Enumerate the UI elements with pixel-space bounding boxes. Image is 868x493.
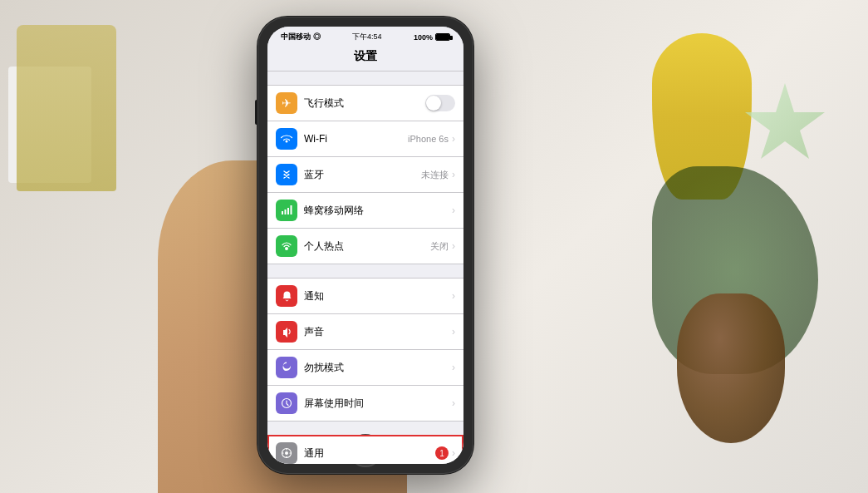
airplane-label: 飞行模式	[304, 96, 425, 111]
svg-point-7	[285, 451, 288, 455]
notifications-label: 通知	[304, 289, 452, 303]
settings-list[interactable]: ✈ 飞行模式	[267, 71, 463, 464]
airplane-toggle[interactable]	[425, 95, 455, 111]
screen-time-icon	[276, 392, 297, 414]
hotspot-row[interactable]: 个人热点 关闭 ›	[267, 229, 463, 264]
general-label: 通用	[304, 446, 435, 461]
battery-label: 100%	[414, 33, 450, 42]
notifications-chevron: ›	[452, 290, 455, 302]
dnd-row[interactable]: 勿扰模式 ›	[267, 350, 463, 386]
wifi-label: Wi-Fi	[304, 133, 408, 145]
iphone-body: 中国移动 ◎ 下午4:54 100% 设置 ✈ 飞	[257, 17, 473, 474]
bluetooth-icon	[276, 164, 297, 185]
notifications-icon	[276, 285, 297, 307]
iphone-device: 中国移动 ◎ 下午4:54 100% 设置 ✈ 飞	[257, 17, 473, 474]
svg-rect-0	[282, 211, 283, 214]
screen-time-label: 屏幕使用时间	[304, 397, 452, 411]
time-label: 下午4:54	[352, 32, 382, 42]
screen-time-row[interactable]: 屏幕使用时间 ›	[267, 386, 463, 422]
svg-point-4	[285, 247, 288, 250]
hotspot-value: 关闭	[430, 240, 449, 253]
system-group: 通知 › 声音 ›	[267, 278, 463, 422]
cellular-label: 蜂窝移动网络	[304, 204, 452, 218]
sounds-label: 声音	[304, 325, 452, 339]
sounds-row[interactable]: 声音 ›	[267, 314, 463, 350]
bluetooth-label: 蓝牙	[304, 168, 421, 182]
bluetooth-value: 未连接	[421, 169, 449, 181]
wifi-value: iPhone 6s	[408, 134, 449, 144]
wifi-icon	[276, 128, 297, 150]
dnd-label: 勿扰模式	[304, 361, 452, 375]
carrier-label: 中国移动 ◎	[281, 32, 321, 42]
dnd-icon	[276, 357, 297, 378]
bg-chair	[17, 25, 116, 191]
dnd-chevron: ›	[452, 362, 455, 373]
notifications-row[interactable]: 通知 ›	[267, 278, 463, 314]
svg-rect-1	[285, 210, 287, 214]
screen-time-chevron: ›	[452, 397, 455, 409]
sounds-chevron: ›	[452, 326, 455, 338]
airplane-icon: ✈	[276, 92, 297, 114]
cellular-row[interactable]: 蜂窝移动网络 ›	[267, 193, 463, 229]
cellular-chevron: ›	[452, 205, 455, 216]
network-group: ✈ 飞行模式	[267, 85, 463, 264]
general-row[interactable]: 通用 1 ›	[267, 435, 463, 464]
bluetooth-chevron: ›	[452, 169, 455, 180]
svg-rect-2	[287, 208, 289, 214]
bluetooth-row[interactable]: 蓝牙 未连接 ›	[267, 157, 463, 193]
airplane-toggle-knob	[426, 96, 441, 111]
sounds-icon	[276, 321, 297, 343]
hotspot-label: 个人热点	[304, 239, 430, 254]
screen-title: 设置	[267, 46, 463, 71]
bg-pinecone	[677, 293, 785, 443]
general-icon	[276, 442, 297, 464]
general-group: 通用 1 › 控制中心	[267, 435, 463, 464]
general-chevron: ›	[452, 447, 455, 459]
general-badge: 1	[435, 446, 449, 460]
cellular-icon	[276, 200, 297, 221]
iphone-screen: 中国移动 ◎ 下午4:54 100% 设置 ✈ 飞	[267, 27, 463, 464]
svg-rect-3	[291, 205, 292, 214]
hotspot-chevron: ›	[452, 240, 455, 252]
hotspot-icon	[276, 235, 297, 257]
status-bar: 中国移动 ◎ 下午4:54 100%	[267, 27, 463, 46]
airplane-row[interactable]: ✈ 飞行模式	[267, 85, 463, 121]
wifi-chevron: ›	[452, 133, 455, 145]
wifi-row[interactable]: Wi-Fi iPhone 6s ›	[267, 121, 463, 157]
